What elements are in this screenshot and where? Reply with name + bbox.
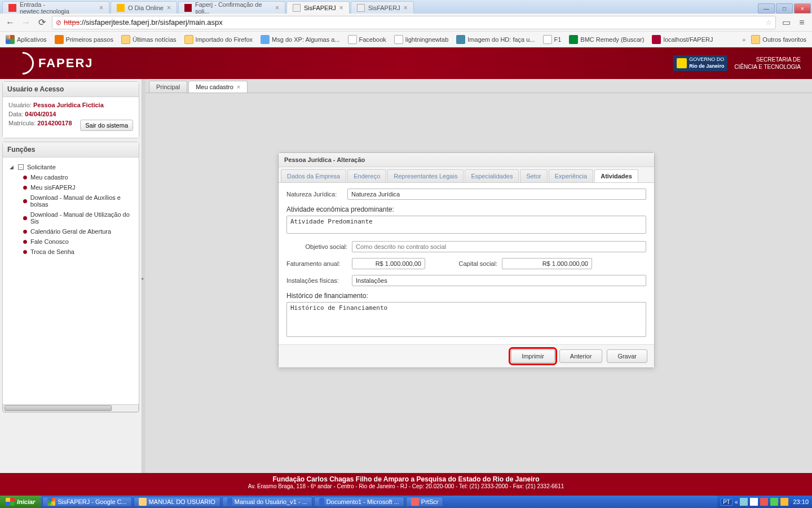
tray-icon[interactable] bbox=[770, 498, 778, 506]
tree-item[interactable]: Troca de Senha bbox=[7, 247, 136, 257]
bookmark-item[interactable]: F1 bbox=[541, 34, 564, 45]
form-tab[interactable]: Endereço bbox=[347, 169, 386, 182]
menu-icon[interactable]: ≡ bbox=[796, 17, 807, 28]
bookmark-item[interactable]: lightningnewtab bbox=[392, 34, 451, 45]
minimize-button[interactable]: — bbox=[758, 3, 775, 14]
back-button[interactable]: ← bbox=[5, 17, 16, 28]
taskbar-item[interactable]: Manual do Usuário_v1 - ... bbox=[222, 497, 312, 507]
horizontal-scrollbar[interactable] bbox=[3, 404, 139, 412]
tree-root-solicitante[interactable]: -Solicitante bbox=[7, 162, 136, 172]
capital-input[interactable] bbox=[502, 258, 592, 269]
taskbar-item[interactable]: PrtScr bbox=[406, 497, 444, 507]
instalacoes-input[interactable] bbox=[352, 275, 646, 286]
browser-tab[interactable]: Entrada - newtec.tecnologia× bbox=[2, 1, 109, 14]
form-title: Pessoa Jurídica - Alteração bbox=[279, 153, 654, 167]
cast-icon[interactable]: ▭ bbox=[780, 17, 792, 28]
sidebar: Usuário e Acesso Usuário: Pessoa Juridic… bbox=[0, 79, 142, 473]
tray-icon[interactable] bbox=[780, 498, 788, 506]
bookmark-item[interactable]: Importado do Firefox bbox=[182, 34, 255, 45]
page-tabs: Principal Meu cadastro× bbox=[145, 79, 812, 93]
close-button[interactable]: × bbox=[794, 3, 811, 14]
panel-header: Funções bbox=[3, 142, 139, 157]
tree-item[interactable]: Meu sisFAPERJ bbox=[7, 182, 136, 192]
taskbar: Iniciar SisFAPERJ - Google C... MANUAL D… bbox=[0, 496, 812, 508]
objetivo-input[interactable] bbox=[352, 241, 646, 252]
form-tab[interactable]: Dados da Empresa bbox=[281, 169, 346, 182]
form-tab[interactable]: Especialidades bbox=[465, 169, 519, 182]
close-icon[interactable]: × bbox=[167, 4, 171, 12]
bookmark-item[interactable]: localhost/FAPERJ bbox=[650, 34, 715, 45]
bookmark-item[interactable]: Facebook bbox=[346, 34, 389, 45]
folder-icon bbox=[751, 35, 760, 44]
reload-button[interactable]: ⟳ bbox=[36, 17, 47, 28]
tree-item[interactable]: Fale Conosco bbox=[7, 237, 136, 247]
tab-principal[interactable]: Principal bbox=[149, 81, 187, 93]
faperj-logo: FAPERJ bbox=[11, 52, 94, 75]
logout-button[interactable]: Sair do sistema bbox=[80, 120, 133, 131]
natureza-input[interactable] bbox=[347, 189, 646, 200]
historico-input[interactable] bbox=[286, 302, 646, 337]
browser-tab-active[interactable]: SisFAPERJ× bbox=[286, 1, 350, 14]
form-tab[interactable]: Representantes Legais bbox=[387, 169, 464, 182]
other-bookmarks[interactable]: Outros favoritos bbox=[749, 34, 809, 45]
gmail-icon bbox=[8, 4, 16, 12]
close-icon[interactable]: × bbox=[99, 4, 103, 12]
browser-tab[interactable]: O Dia Online× bbox=[111, 1, 177, 14]
anterior-button[interactable]: Anterior bbox=[559, 349, 603, 363]
atividade-input[interactable] bbox=[286, 216, 646, 234]
tree-item[interactable]: Calendário Geral de Abertura bbox=[7, 226, 136, 237]
bookmarks-overflow[interactable]: » bbox=[742, 36, 745, 43]
tree-item[interactable]: Download - Manual de Auxílios e bolsas bbox=[7, 192, 136, 209]
forward-button[interactable]: → bbox=[20, 17, 32, 28]
browser-tab[interactable]: Faperj - Confirmação de soli...× bbox=[178, 1, 285, 14]
form-tab[interactable]: Setor bbox=[520, 169, 547, 182]
language-indicator[interactable]: PT bbox=[721, 498, 732, 506]
imprimir-button[interactable]: Imprimir bbox=[511, 349, 555, 363]
clock[interactable]: 23:10 bbox=[793, 498, 809, 505]
bookmark-item[interactable]: BMC Remedy (Buscar) bbox=[567, 34, 646, 45]
bookmarks-bar: Aplicativos Primeiros passos Últimas not… bbox=[0, 32, 812, 47]
maximize-button[interactable]: □ bbox=[776, 3, 793, 14]
bullet-icon bbox=[23, 240, 27, 244]
gov-badge: GOVERNO DORio de Janeiro bbox=[673, 55, 727, 71]
tree-item[interactable]: Download - Manual de Utilização do Sis bbox=[7, 209, 136, 226]
gravar-button[interactable]: Gravar bbox=[607, 349, 647, 363]
functions-panel: Funções -Solicitante Meu cadastro Meu si… bbox=[2, 142, 139, 413]
bookmark-item[interactable]: Imagem do HD: faça u... bbox=[454, 34, 537, 45]
url-input[interactable]: ⊘ https://sisfaperjteste.faperj.br/sisfa… bbox=[52, 16, 776, 29]
address-bar: ← → ⟳ ⊘ https://sisfaperjteste.faperj.br… bbox=[0, 14, 812, 32]
bullet-icon bbox=[23, 250, 27, 254]
form-tab-active[interactable]: Atividades bbox=[594, 169, 638, 182]
star-icon[interactable]: ☆ bbox=[766, 19, 772, 27]
instalacoes-label: Instalações físicas: bbox=[286, 277, 347, 284]
taskbar-item[interactable]: Documento1 - Microsoft ... bbox=[314, 497, 404, 507]
tree-item[interactable]: Meu cadastro bbox=[7, 172, 136, 182]
tray-expand-icon[interactable]: « bbox=[735, 499, 738, 505]
browser-tab[interactable]: SisFAPERJ× bbox=[351, 1, 414, 14]
close-icon[interactable]: × bbox=[237, 84, 240, 90]
bullet-icon bbox=[23, 216, 27, 220]
insecure-lock-icon: ⊘ bbox=[56, 19, 61, 27]
close-icon[interactable]: × bbox=[339, 4, 343, 12]
bullet-icon bbox=[23, 230, 27, 234]
msg-icon bbox=[261, 35, 270, 44]
form-tab[interactable]: Experiência bbox=[549, 169, 593, 182]
bookmark-item[interactable]: Primeiros passos bbox=[52, 34, 116, 45]
close-icon[interactable]: × bbox=[275, 4, 279, 12]
close-icon[interactable]: × bbox=[404, 4, 408, 12]
folder-icon bbox=[184, 35, 193, 44]
tray-icon[interactable] bbox=[760, 498, 768, 506]
taskbar-item[interactable]: SisFAPERJ - Google C... bbox=[42, 497, 131, 507]
start-button[interactable]: Iniciar bbox=[0, 496, 41, 508]
tray-icon[interactable] bbox=[740, 498, 748, 506]
bookmark-item[interactable]: Msg do XP: Algumas a... bbox=[258, 34, 342, 45]
faturamento-input[interactable] bbox=[352, 258, 425, 269]
apps-icon bbox=[6, 35, 15, 44]
bookmark-item[interactable]: Aplicativos bbox=[3, 34, 49, 45]
tray-icon[interactable] bbox=[750, 498, 758, 506]
bookmark-item[interactable]: Últimas notícias bbox=[119, 34, 179, 45]
tab-meu-cadastro[interactable]: Meu cadastro× bbox=[188, 81, 248, 93]
objetivo-label: Objetivo social: bbox=[286, 243, 347, 250]
taskbar-item[interactable]: MANUAL DO USUARIO bbox=[134, 497, 220, 507]
faperj-icon bbox=[184, 4, 192, 12]
